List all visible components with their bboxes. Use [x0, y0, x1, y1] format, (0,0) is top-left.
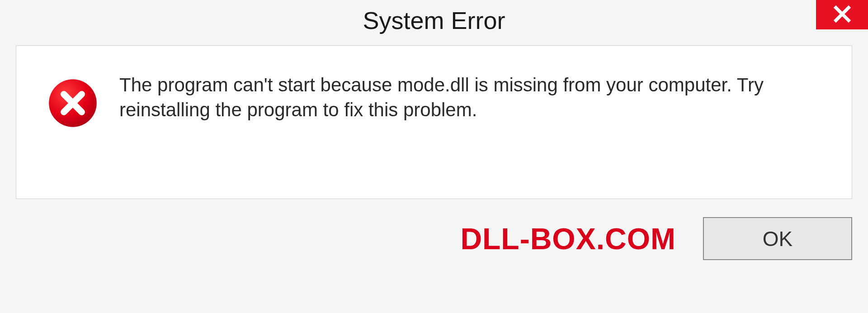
ok-button-label: OK — [763, 227, 793, 251]
watermark-text: DLL-BOX.COM — [460, 222, 676, 256]
content-panel: The program can't start because mode.dll… — [16, 45, 852, 199]
close-button[interactable] — [816, 0, 868, 29]
dialog-window: System Error Th — [0, 0, 868, 313]
ok-button[interactable]: OK — [703, 217, 852, 260]
error-message: The program can't start because mode.dll… — [119, 73, 829, 122]
error-icon — [48, 78, 98, 130]
footer: DLL-BOX.COM OK — [16, 217, 852, 260]
titlebar: System Error — [0, 0, 868, 41]
close-icon — [833, 5, 852, 25]
window-title: System Error — [363, 6, 505, 34]
